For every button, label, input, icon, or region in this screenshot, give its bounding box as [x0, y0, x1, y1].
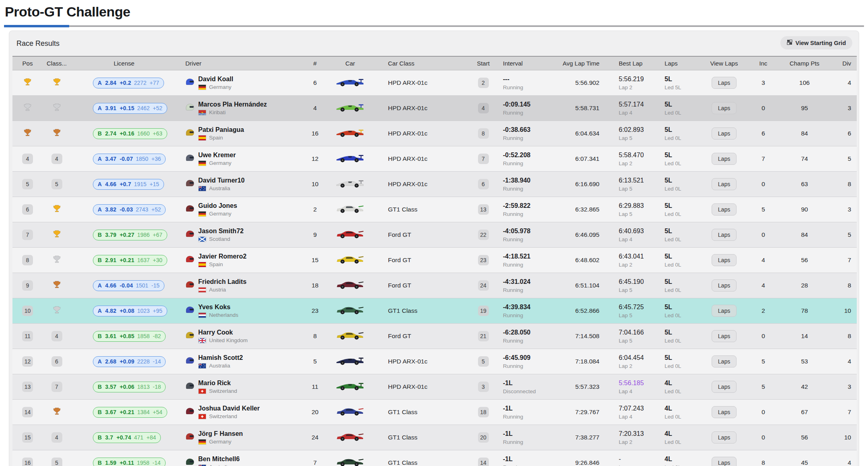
license-cell: A 3.91 +0.152462 +52 — [71, 96, 177, 121]
car-class-cell: GT1 Class — [378, 298, 467, 324]
column-header-avg-lap-time[interactable]: Avg Lap Time — [555, 56, 605, 70]
class-pos-cell — [43, 121, 71, 146]
best-lap-cell: 6:43.041 Lap 2 — [605, 248, 660, 273]
laps-total: 5L — [665, 177, 708, 184]
driver-name[interactable]: Marcos Pla Hernández — [198, 101, 267, 108]
driver-cell: Jörg F Hansen Germany — [177, 425, 308, 450]
driver-name[interactable]: David Turner10 — [198, 177, 244, 184]
view-laps-button[interactable]: Laps — [712, 127, 737, 140]
interval-value: -4:18.521 — [503, 253, 555, 260]
driver-name[interactable]: Hamish Scott2 — [198, 354, 243, 361]
view-laps-button[interactable]: Laps — [712, 178, 737, 190]
driver-cell: Marcos Pla Hernández Kiribati — [177, 96, 308, 121]
page: Proto-GT Challenge Race Results View Sta… — [0, 0, 868, 466]
car-number-cell: 7 — [308, 450, 322, 466]
view-laps-button[interactable]: Laps — [712, 254, 737, 266]
column-header-pos[interactable]: Pos — [12, 56, 43, 70]
column-header-start[interactable]: Start — [467, 56, 500, 70]
column-header-best-lap[interactable]: Best Lap — [605, 56, 660, 70]
view-laps-button[interactable]: Laps — [712, 406, 737, 418]
driver-name[interactable]: Jason Smith72 — [198, 227, 244, 235]
title-divider-accent — [4, 25, 69, 27]
driver-name[interactable]: Mario Rick — [198, 379, 237, 387]
best-lap-cell: 5:56.185 Lap 4 — [605, 374, 660, 400]
car-number-cell: 8 — [308, 324, 322, 349]
interval-value: -1L — [503, 430, 555, 437]
driver-name[interactable]: David Koall — [198, 75, 233, 83]
country-flag-icon — [198, 388, 206, 394]
interval-value: -2:59.822 — [503, 202, 555, 209]
driver-name[interactable]: Javier Romero2 — [198, 253, 246, 260]
car-cell — [322, 96, 378, 121]
champ-points-cell: 53 — [786, 349, 823, 374]
view-laps-cell: Laps — [708, 70, 740, 96]
car-cell — [322, 450, 378, 466]
column-header-car[interactable]: Car — [322, 56, 378, 70]
view-laps-button[interactable]: Laps — [712, 305, 737, 317]
view-laps-cell: Laps — [708, 324, 740, 349]
column-header-car-number[interactable]: # — [308, 56, 322, 70]
column-header-interval[interactable]: Interval — [500, 56, 555, 70]
column-header-inc[interactable]: Inc — [740, 56, 786, 70]
column-header-view-laps[interactable]: View Laps — [708, 56, 740, 70]
driver-country: United Kingdom — [209, 337, 248, 344]
column-header-car-class[interactable]: Car Class — [378, 56, 467, 70]
view-laps-button[interactable]: Laps — [712, 330, 737, 342]
class-pos-cell: 4 — [43, 425, 71, 450]
view-laps-button[interactable]: Laps — [712, 229, 737, 241]
view-laps-button[interactable]: Laps — [712, 355, 737, 367]
view-laps-cell: Laps — [708, 425, 740, 450]
driver-name[interactable]: Guido Jones — [198, 202, 237, 209]
car-class-cell: Ford GT — [378, 273, 467, 298]
car-class-cell: GT1 Class — [378, 425, 467, 450]
laps-cell: 5L Led 0L — [660, 273, 708, 298]
driver-name[interactable]: Uwe Kremer — [198, 151, 236, 159]
column-header-champ-pts[interactable]: Champ Pts — [786, 56, 823, 70]
column-header-driver[interactable]: Driver — [177, 56, 308, 70]
best-lap-value: 5:58.470 — [619, 151, 660, 159]
helmet-icon — [185, 433, 195, 442]
best-lap-number: Lap 2 — [619, 160, 660, 167]
column-header-class[interactable]: Class... — [43, 56, 71, 70]
start-cell: 20 — [467, 425, 500, 450]
column-header-laps[interactable]: Laps — [660, 56, 708, 70]
incidents-cell: 4 — [740, 248, 786, 273]
license-cell: B 3.7 +0.74471 +84 — [71, 425, 177, 450]
driver-name[interactable]: Patxi Paniagua — [198, 126, 244, 133]
incidents-cell: 5 — [740, 374, 786, 400]
view-laps-button[interactable]: Laps — [712, 203, 737, 216]
champ-points-cell: 56 — [786, 248, 823, 273]
view-laps-button[interactable]: Laps — [712, 102, 737, 114]
driver-cell: Patxi Paniagua Spain — [177, 121, 308, 146]
driver-name[interactable]: Ben Mitchell6 — [198, 455, 240, 463]
laps-led: Led 0L — [665, 464, 708, 466]
view-laps-button[interactable]: Laps — [712, 77, 737, 89]
view-starting-grid-button[interactable]: View Starting Grid — [780, 36, 852, 49]
view-laps-button[interactable]: Laps — [712, 279, 737, 292]
driver-cell: Jason Smith72 Scotland — [177, 222, 308, 248]
driver-name[interactable]: Yves Koks — [198, 303, 238, 311]
driver-name[interactable]: Joshua David Keller — [198, 404, 260, 412]
car-image — [336, 259, 364, 266]
view-laps-button[interactable]: Laps — [712, 153, 737, 165]
driver-name[interactable]: Friedrich Ladits — [198, 278, 246, 285]
driver-country: Spain — [209, 134, 223, 141]
helmet-icon — [185, 230, 195, 240]
license-cell: B 3.79 +0.271986 +67 — [71, 222, 177, 248]
car-class-cell: HPD ARX-01c — [378, 374, 467, 400]
car-class-cell: GT1 Class — [378, 400, 467, 425]
helmet-icon — [185, 78, 195, 88]
car-cell — [322, 425, 378, 450]
view-laps-button[interactable]: Laps — [712, 381, 737, 393]
avg-lap-cell: 6:04.634 — [555, 121, 605, 146]
view-laps-cell: Laps — [708, 273, 740, 298]
best-lap-value: 6:13.521 — [619, 177, 660, 184]
view-laps-button[interactable]: Laps — [712, 457, 737, 466]
champ-points-cell: 67 — [786, 400, 823, 425]
column-header-license[interactable]: License — [71, 56, 177, 70]
column-header-div[interactable]: Div — [823, 56, 857, 70]
view-laps-button[interactable]: Laps — [712, 431, 737, 443]
driver-cell: Friedrich Ladits Austria — [177, 273, 308, 298]
driver-name[interactable]: Jörg F Hansen — [198, 430, 243, 437]
driver-name[interactable]: Harry Cook — [198, 328, 248, 336]
